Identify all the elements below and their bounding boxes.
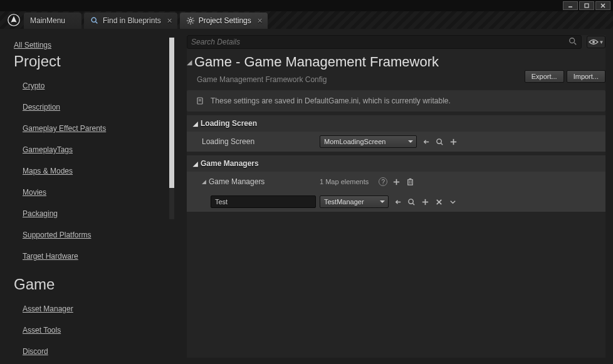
property-label-game-managers: ◢ Game Managers [187, 177, 320, 186]
sidebar-item-description[interactable]: Description [23, 100, 182, 115]
sidebar-all-settings[interactable]: All Settings [14, 38, 182, 53]
use-selected-asset-icon[interactable] [392, 197, 402, 207]
file-writable-icon [196, 96, 204, 105]
unreal-logo-icon [4, 11, 24, 29]
expand-icon[interactable]: ◢ [202, 179, 206, 185]
sidebar-item-gameplay-tags[interactable]: GameplayTags [23, 142, 182, 157]
window-controls [562, 1, 610, 10]
sidebar-item-movies[interactable]: Movies [23, 185, 182, 200]
clear-icon[interactable] [434, 197, 444, 207]
browse-asset-icon[interactable] [406, 197, 416, 207]
tab-close-icon[interactable]: ✕ [167, 17, 172, 25]
browse-asset-icon[interactable] [434, 137, 444, 147]
empty-map-icon[interactable] [405, 177, 415, 187]
collapse-icon: ◢ [193, 160, 198, 167]
maximize-button[interactable] [579, 1, 594, 10]
map-key-input[interactable] [211, 195, 316, 208]
page-title: Game - Game Management Framework [194, 54, 439, 70]
sidebar-item-gameplay-effect-parents[interactable]: Gameplay Effect Parents [23, 121, 182, 136]
main-area: All Settings Project Crypto Description … [0, 29, 613, 364]
section-collapse-toggle[interactable]: ◢ [187, 58, 192, 66]
close-button[interactable] [595, 1, 610, 10]
minimize-button[interactable] [563, 1, 578, 10]
tab-close-icon[interactable]: ✕ [257, 17, 263, 25]
svg-point-5 [92, 18, 96, 22]
dropdown-more-icon[interactable] [448, 197, 458, 207]
tab-label: Project Settings [199, 16, 251, 25]
svg-line-13 [192, 23, 194, 24]
section-header-loading-screen[interactable]: ◢ Loading Screen [187, 115, 605, 132]
gear-icon [186, 16, 195, 25]
tab-mainmenu[interactable]: MainMenu [24, 13, 81, 29]
tab-project-settings[interactable]: Project Settings ✕ [180, 13, 268, 29]
map-value-dropdown[interactable]: TestManager [320, 195, 389, 208]
svg-rect-1 [585, 4, 589, 8]
settings-content: ▼ ◢ Game - Game Management Framework Gam… [187, 35, 605, 358]
window-titlebar [0, 0, 613, 11]
svg-line-12 [187, 18, 189, 19]
sidebar-item-target-hardware[interactable]: Target Hardware [23, 249, 182, 264]
sidebar-item-discord[interactable]: Discord [23, 344, 182, 359]
add-new-icon[interactable] [420, 197, 430, 207]
svg-point-18 [592, 41, 595, 43]
import-button[interactable]: Import... [567, 70, 605, 83]
sidebar-section-game: Game [14, 276, 182, 293]
section-header-game-managers[interactable]: ◢ Game Managers [187, 155, 605, 172]
tab-bar: MainMenu Find in Blueprints ✕ Project Se… [0, 11, 613, 29]
sidebar-item-asset-manager[interactable]: Asset Manager [23, 301, 182, 316]
sidebar-section-project: Project [14, 53, 182, 70]
sidebar-item-asset-tools[interactable]: Asset Tools [23, 323, 182, 338]
tab-label: Find in Blueprints [103, 16, 161, 25]
use-selected-asset-icon[interactable] [421, 137, 431, 147]
property-label-loading-screen: Loading Screen [187, 137, 320, 146]
svg-point-16 [570, 38, 575, 43]
chevron-down-icon: ▼ [599, 39, 604, 45]
add-new-icon[interactable] [448, 137, 458, 147]
map-key-cell [187, 195, 320, 208]
search-details-box[interactable] [187, 35, 582, 49]
svg-point-22 [436, 138, 441, 143]
settings-sidebar: All Settings Project Crypto Description … [0, 29, 187, 364]
search-icon [90, 16, 99, 25]
sidebar-item-supported-platforms[interactable]: Supported Platforms [23, 227, 182, 242]
svg-point-32 [408, 199, 412, 203]
section-title: Game Managers [201, 159, 259, 168]
svg-line-6 [96, 22, 98, 24]
map-element-count: 1 Map elements [320, 178, 369, 185]
svg-line-17 [574, 43, 576, 44]
tab-label: MainMenu [30, 16, 65, 25]
sidebar-item-packaging[interactable]: Packaging [23, 206, 182, 221]
info-text: These settings are saved in DefaultGame.… [211, 96, 451, 105]
tab-find-in-blueprints[interactable]: Find in Blueprints ✕ [84, 13, 177, 29]
info-bar: These settings are saved in DefaultGame.… [187, 90, 605, 112]
section-title: Loading Screen [201, 119, 257, 128]
visibility-options-button[interactable]: ▼ [587, 36, 605, 48]
loading-screen-dropdown[interactable]: MomLoadingScreen [320, 135, 417, 148]
svg-line-33 [412, 203, 414, 205]
svg-point-7 [189, 19, 192, 22]
export-button[interactable]: Export... [525, 70, 564, 83]
sidebar-item-crypto[interactable]: Crypto [23, 78, 182, 93]
search-input[interactable] [191, 38, 568, 46]
add-element-icon[interactable] [391, 177, 401, 187]
svg-line-23 [441, 143, 443, 145]
svg-line-15 [187, 23, 189, 24]
svg-rect-28 [408, 179, 412, 184]
sidebar-item-maps-modes[interactable]: Maps & Modes [23, 164, 182, 179]
collapse-icon: ◢ [193, 120, 198, 127]
svg-line-14 [192, 18, 194, 19]
search-icon [568, 37, 577, 48]
help-icon[interactable]: ? [379, 177, 387, 186]
sidebar-scrollbar-thumb[interactable] [169, 38, 174, 188]
